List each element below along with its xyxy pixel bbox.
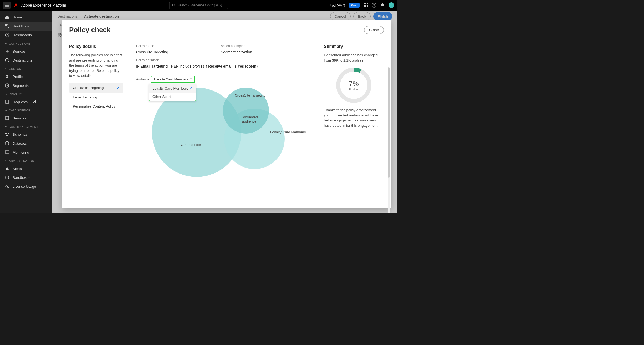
chevron-down-icon [5,160,7,162]
nav-segments[interactable]: Segments [0,81,52,90]
bell-icon[interactable] [380,3,385,8]
summary-line-1: Consented audience has changed from 30K … [324,53,384,63]
svg-rect-26 [6,135,8,136]
search-input[interactable] [177,3,225,7]
nav-section-connections[interactable]: CONNECTIONS [0,39,52,47]
svg-rect-7 [367,3,368,4]
svg-rect-10 [367,5,368,6]
svg-point-3 [172,4,174,6]
apps-icon[interactable] [363,3,368,8]
nav-monitoring[interactable]: Monitoring [0,148,52,157]
chevron-down-icon [5,93,7,95]
nav-label: Schemas [13,133,27,136]
nav-label: Profiles [13,75,24,79]
nav-dashboards[interactable]: Dashboards [0,31,52,39]
policy-details-desc: The following policies are in effect and… [69,53,123,78]
svg-rect-12 [365,6,366,7]
scrollbar-thumb[interactable] [388,67,390,178]
policy-def-value: IF Email Targeting THEN include profiles… [136,64,313,68]
policy-name-value: CrossSite Targeting [136,50,168,54]
org-switcher[interactable]: Prod (VA7) [329,3,345,7]
nav-section-datamgmt[interactable]: DATA MANAGEMENT [0,123,52,130]
nav-sandboxes[interactable]: Sandboxes [0,173,52,182]
nav-label: Services [13,116,26,120]
sidebar: Home Workflows Dashboards CONNECTIONS So… [0,11,52,213]
nav-datasets[interactable]: Datasets [0,139,52,148]
external-link-icon [32,99,37,104]
policy-check-modal: Policy check Close Policy details The fo… [62,20,391,208]
chevron-down-icon [5,109,7,112]
adobe-logo-icon: A [14,3,18,8]
svg-rect-16 [5,24,7,26]
nav-section-admin[interactable]: ADMINISTRATION [0,157,52,164]
svg-rect-9 [365,5,366,6]
nav-profiles[interactable]: Profiles [0,72,52,81]
nav-label: Destinations [13,58,32,62]
nav-section-privacy[interactable]: PRIVACY [0,90,52,97]
close-button[interactable]: Close [364,26,384,34]
check-icon: ✓ [116,86,120,90]
venn-label-consent: Consented audience [239,115,260,124]
nav-label: Workflows [13,24,29,28]
chevron-down-icon [5,68,7,70]
hamburger-button[interactable] [3,2,11,9]
check-icon: ✓ [189,86,192,90]
venn-label-loyalty: Loyalty Card Members [270,130,306,134]
audience-dropdown: Loyalty Card Members✓ Other Sports [149,84,196,101]
audience-option-loyalty[interactable]: Loyalty Card Members✓ [149,84,196,93]
svg-rect-24 [5,133,7,134]
policy-item-email[interactable]: Email Targeting [69,93,123,102]
help-icon[interactable]: ? [372,3,376,8]
action-label: Action attempted [221,44,252,48]
svg-rect-2 [5,6,9,7]
svg-rect-8 [364,5,365,6]
nav-license[interactable]: License Usage [0,182,52,191]
svg-rect-28 [5,151,9,153]
nav-label: Alerts [13,167,22,171]
svg-text:?: ? [373,4,375,7]
summary-line-2: Thanks to the policy enforcement your co… [324,108,384,128]
nav-label: Dashboards [13,33,32,37]
venn-label-cross: CrossSite Targeting [235,93,266,97]
summary-heading: Summary [324,44,384,49]
app-name: Adobe Experience Platform [21,3,66,7]
nav-destinations[interactable]: Destinations [0,56,52,65]
nav-label: Home [13,15,22,19]
nav-label: Datasets [13,141,27,145]
donut-chart: 7% Profiles [336,68,371,103]
avatar[interactable] [389,2,394,8]
audience-select[interactable]: Loyalty Card Members [151,76,195,83]
donut-percent: 7% [349,80,359,88]
nav-requests[interactable]: Requests [0,97,52,106]
nav-sources[interactable]: Sources [0,47,52,56]
search-icon [172,3,176,7]
nav-workflows[interactable]: Workflows [0,22,52,31]
nav-label: Sandboxes [13,176,30,180]
modal-title: Policy check [69,26,111,34]
nav-section-datascience[interactable]: DATA SCIENCE [0,106,52,114]
chevron-down-icon [5,42,7,45]
nav-services[interactable]: Services [0,114,52,123]
hamburger-icon [5,3,9,7]
nav-home[interactable]: Home [0,13,52,22]
svg-point-27 [6,142,9,143]
nav-label: Sources [13,49,26,53]
nav-alerts[interactable]: Alerts [0,164,52,173]
policy-item-personalize[interactable]: Personalize Content Policy [69,102,123,111]
nav-label: Requests [13,100,28,104]
search-input-wrap[interactable] [169,2,228,9]
nav-schemas[interactable]: Schemas [0,130,52,139]
scrollbar[interactable] [388,67,390,213]
svg-rect-22 [6,100,9,103]
svg-rect-0 [5,4,9,4]
policy-item-crosssite[interactable]: CrossSite Targeting✓ [69,83,123,93]
svg-rect-13 [367,6,368,7]
svg-rect-23 [6,116,9,120]
policy-name-label: Policy name [136,44,168,48]
nav-section-customer[interactable]: CUSTOMER [0,65,52,72]
donut-label: Profiles [349,88,359,91]
svg-rect-6 [365,3,366,4]
nav-label: Monitoring [13,150,29,154]
svg-rect-5 [364,3,365,4]
audience-option-other-sports[interactable]: Other Sports [149,93,196,101]
